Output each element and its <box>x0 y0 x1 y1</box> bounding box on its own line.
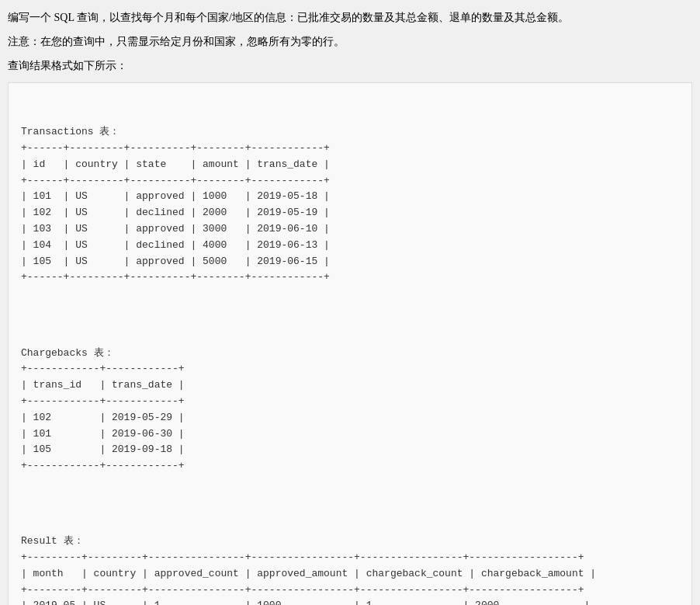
chargebacks-table: Chargebacks 表： +------------+-----------… <box>21 347 185 472</box>
content-box: Transactions 表： +------+---------+------… <box>8 82 692 605</box>
result-table: Result 表： +---------+---------+---------… <box>21 535 596 605</box>
transactions-table: Transactions 表： +------+---------+------… <box>21 126 330 283</box>
intro-line3: 查询结果格式如下所示： <box>8 56 692 75</box>
intro-line1: 编写一个 SQL 查询，以查找每个月和每个国家/地区的信息：已批准交易的数量及其… <box>8 8 692 27</box>
intro-line2: 注意：在您的查询中，只需显示给定月份和国家，忽略所有为零的行。 <box>8 32 692 51</box>
